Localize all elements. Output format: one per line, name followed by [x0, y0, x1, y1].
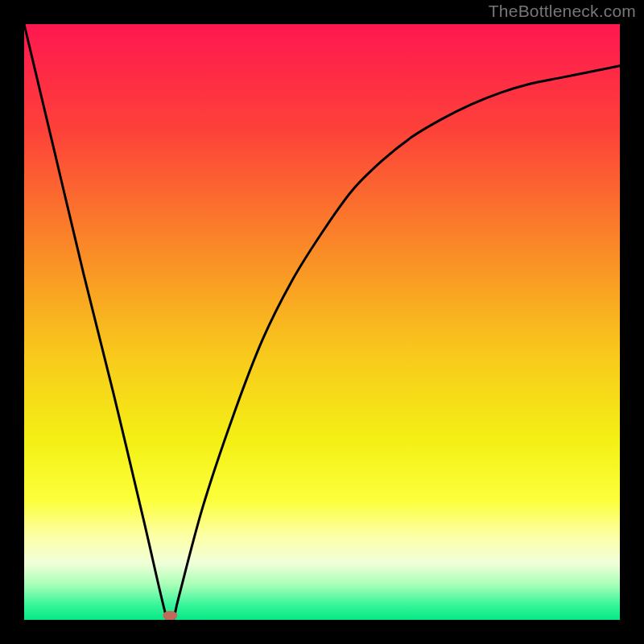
plot-area	[24, 24, 620, 620]
attribution-label: TheBottleneck.com	[489, 2, 636, 21]
plot-background	[24, 24, 620, 620]
plot-svg	[24, 24, 620, 620]
chart-frame: TheBottleneck.com	[0, 0, 644, 644]
